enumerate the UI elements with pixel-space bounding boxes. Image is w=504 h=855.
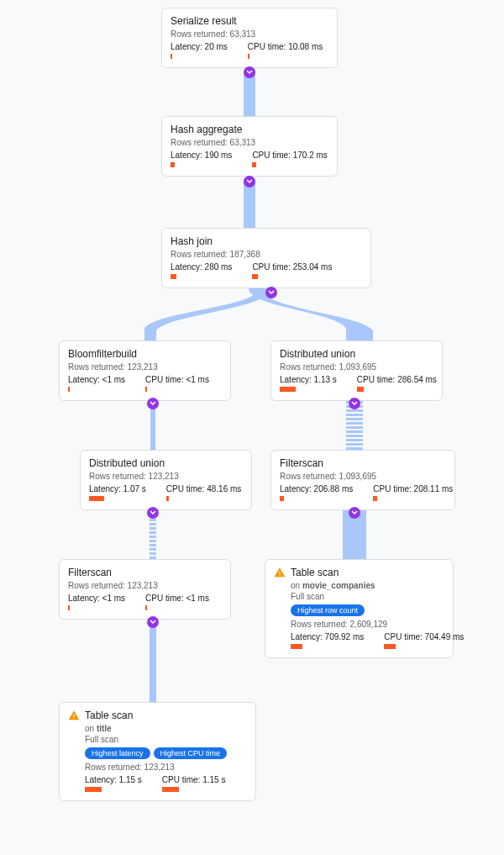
- node-title: Filterscan: [68, 567, 112, 578]
- node-title: Serialize result: [171, 15, 237, 27]
- cpu-bar: [248, 54, 249, 59]
- scan-type: Full scan: [291, 592, 444, 601]
- latency-label: Latency: 1.15 s: [85, 775, 142, 784]
- latency-label: Latency: 1.07 s: [89, 484, 146, 493]
- cpu-label: CPU time: 208.11 ms: [373, 484, 453, 493]
- latency-bar: [171, 162, 175, 167]
- node-title: Hash join: [171, 235, 213, 247]
- plan-node-table-scan-movie-companies[interactable]: Table scan on movie_companies Full scan …: [265, 559, 454, 658]
- latency-bar: [85, 787, 102, 792]
- cpu-label: CPU time: 1.15 s: [162, 775, 226, 784]
- badge-highest-cpu: Highest CPU time: [154, 747, 228, 759]
- latency-label: Latency: <1 ms: [68, 375, 125, 384]
- rows-returned: Rows returned: 63,313: [171, 29, 328, 39]
- warning-icon: [274, 567, 286, 578]
- latency-bar: [280, 387, 296, 392]
- rows-returned: Rows returned: 123,213: [68, 362, 222, 372]
- latency-bar: [171, 54, 172, 59]
- plan-node-serialize-result[interactable]: Serialize result Rows returned: 63,313 L…: [161, 8, 338, 68]
- cpu-label: CPU time: <1 ms: [145, 594, 209, 603]
- cpu-label: CPU time: 10.08 ms: [248, 42, 323, 51]
- expand-toggle-icon[interactable]: [147, 507, 159, 519]
- cpu-bar: [145, 605, 147, 610]
- cpu-bar: [252, 274, 258, 279]
- latency-label: Latency: 1.13 s: [280, 375, 337, 384]
- rows-returned: Rows returned: 123,213: [68, 581, 222, 590]
- cpu-label: CPU time: 48.16 ms: [166, 484, 241, 493]
- plan-node-filterscan-left[interactable]: Filterscan Rows returned: 123,213 Latenc…: [59, 559, 231, 620]
- node-title: Filterscan: [280, 457, 323, 469]
- plan-node-hash-aggregate[interactable]: Hash aggregate Rows returned: 63,313 Lat…: [161, 116, 338, 177]
- latency-bar: [171, 274, 176, 279]
- plan-node-distributed-union-left[interactable]: Distributed union Rows returned: 123,213…: [80, 450, 252, 510]
- target-table: on movie_companies: [291, 581, 375, 590]
- cpu-bar: [357, 387, 364, 392]
- plan-node-bloomfilterbuild[interactable]: Bloomfilterbuild Rows returned: 123,213 …: [59, 340, 231, 401]
- node-title: Table scan: [291, 567, 339, 578]
- cpu-bar: [166, 496, 169, 501]
- expand-toggle-icon[interactable]: [147, 616, 159, 628]
- cpu-label: CPU time: 286.54 ms: [357, 375, 437, 384]
- expand-toggle-icon[interactable]: [147, 398, 159, 409]
- latency-bar: [280, 496, 284, 501]
- latency-label: Latency: 190 ms: [171, 150, 232, 160]
- target-table: on title: [85, 724, 112, 733]
- latency-bar: [68, 605, 70, 610]
- rows-returned: Rows returned: 1,093,695: [280, 472, 446, 481]
- rows-returned: Rows returned: 1,093,695: [280, 362, 433, 372]
- rows-returned: Rows returned: 2,609,129: [291, 620, 444, 629]
- cpu-label: CPU time: 704.49 ms: [384, 632, 464, 641]
- node-title: Distributed union: [280, 348, 355, 360]
- expand-toggle-icon[interactable]: [244, 66, 255, 78]
- badge-highest-row-count: Highest row count: [291, 604, 365, 616]
- edge-fscan-left-tscan-left: [147, 620, 159, 704]
- plan-node-table-scan-title[interactable]: Table scan on title Full scan Highest la…: [59, 702, 256, 801]
- plan-node-distributed-union-right[interactable]: Distributed union Rows returned: 1,093,6…: [270, 340, 443, 401]
- cpu-label: CPU time: <1 ms: [145, 375, 209, 384]
- latency-label: Latency: 206.88 ms: [280, 484, 353, 493]
- rows-returned: Rows returned: 123,213: [85, 763, 247, 772]
- rows-returned: Rows returned: 123,213: [89, 472, 243, 481]
- expand-toggle-icon[interactable]: [349, 398, 360, 409]
- badge-highest-latency: Highest latency: [85, 747, 150, 759]
- latency-label: Latency: <1 ms: [68, 594, 125, 603]
- cpu-label: CPU time: 170.2 ms: [252, 150, 327, 160]
- cpu-label: CPU time: 253.04 ms: [252, 262, 332, 272]
- scan-type: Full scan: [85, 735, 247, 744]
- rows-returned: Rows returned: 63,313: [171, 138, 328, 147]
- cpu-bar: [373, 496, 377, 501]
- node-title: Distributed union: [89, 457, 165, 469]
- latency-bar: [68, 387, 70, 392]
- latency-bar: [89, 496, 104, 501]
- plan-node-hash-join[interactable]: Hash join Rows returned: 187,368 Latency…: [161, 228, 371, 288]
- cpu-bar: [252, 162, 256, 167]
- query-plan-canvas: Serialize result Rows returned: 63,313 L…: [0, 0, 504, 855]
- expand-toggle-icon[interactable]: [265, 287, 277, 298]
- plan-node-filterscan-right[interactable]: Filterscan Rows returned: 1,093,695 Late…: [270, 450, 455, 510]
- expand-toggle-icon[interactable]: [349, 507, 360, 519]
- cpu-bar: [162, 787, 179, 792]
- node-title: Table scan: [85, 710, 133, 721]
- node-title: Bloomfilterbuild: [68, 348, 137, 360]
- expand-toggle-icon[interactable]: [244, 176, 255, 187]
- latency-label: Latency: 280 ms: [171, 262, 232, 272]
- svg-rect-5: [150, 620, 156, 704]
- cpu-bar: [384, 644, 396, 649]
- node-title: Hash aggregate: [171, 124, 242, 135]
- latency-bar: [291, 644, 302, 649]
- latency-label: Latency: 20 ms: [171, 42, 228, 51]
- rows-returned: Rows returned: 187,368: [171, 250, 362, 259]
- latency-label: Latency: 709.92 ms: [291, 632, 364, 641]
- warning-icon: [68, 710, 80, 721]
- cpu-bar: [145, 387, 147, 392]
